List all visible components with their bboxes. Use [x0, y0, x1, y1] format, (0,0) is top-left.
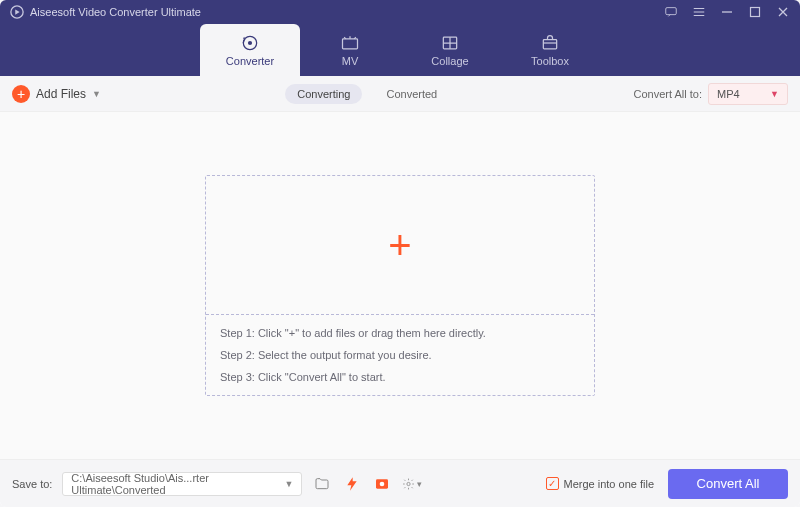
svg-rect-7 — [543, 40, 556, 49]
merge-label: Merge into one file — [564, 478, 655, 490]
app-logo-icon — [10, 5, 24, 19]
save-path-text: C:\Aiseesoft Studio\Ais...rter Ultimate\… — [71, 472, 284, 496]
chevron-down-icon: ▼ — [92, 89, 101, 99]
tab-label: Converter — [226, 55, 274, 67]
high-speed-icon[interactable] — [372, 474, 392, 494]
toolbar-left: + Add Files ▼ — [12, 85, 101, 103]
add-files-label: Add Files — [36, 87, 86, 101]
toolbox-icon — [540, 33, 560, 53]
chevron-down-icon: ▼ — [770, 89, 779, 99]
svg-point-10 — [407, 482, 410, 485]
feedback-icon[interactable] — [664, 5, 678, 19]
checkbox-icon: ✓ — [546, 477, 559, 490]
footer-icon-row: ▾ — [312, 474, 422, 494]
add-plus-icon[interactable]: + — [388, 225, 411, 265]
collage-icon — [440, 33, 460, 53]
segment-converting[interactable]: Converting — [285, 84, 362, 104]
dropzone-instructions: Step 1: Click "+" to add files or drag t… — [206, 314, 594, 395]
gpu-accel-icon[interactable] — [342, 474, 362, 494]
tab-converter[interactable]: Converter — [200, 24, 300, 76]
menu-icon[interactable] — [692, 5, 706, 19]
save-to-label: Save to: — [12, 478, 52, 490]
tab-collage[interactable]: Collage — [400, 24, 500, 76]
maximize-icon[interactable] — [748, 5, 762, 19]
open-folder-icon[interactable] — [312, 474, 332, 494]
settings-icon[interactable]: ▾ — [402, 474, 422, 494]
main-area: + Step 1: Click "+" to add files or drag… — [0, 112, 800, 459]
tab-toolbox[interactable]: Toolbox — [500, 24, 600, 76]
tab-label: MV — [342, 55, 359, 67]
tab-label: Collage — [431, 55, 468, 67]
format-select[interactable]: MP4 ▼ — [708, 83, 788, 105]
app-window: Aiseesoft Video Converter Ultimate Conve… — [0, 0, 800, 507]
svg-point-9 — [380, 481, 385, 486]
segment-converted[interactable]: Converted — [374, 84, 449, 104]
toolbar-right: Convert All to: MP4 ▼ — [634, 83, 788, 105]
titlebar-left: Aiseesoft Video Converter Ultimate — [10, 5, 201, 19]
footer-right: ✓ Merge into one file Convert All — [546, 469, 789, 499]
svg-point-4 — [248, 41, 252, 45]
add-files-button[interactable]: + Add Files ▼ — [12, 85, 101, 103]
close-icon[interactable] — [776, 5, 790, 19]
chevron-down-icon: ▼ — [284, 479, 293, 489]
app-title: Aiseesoft Video Converter Ultimate — [30, 6, 201, 18]
convert-all-to-label: Convert All to: — [634, 88, 702, 100]
chevron-down-icon: ▾ — [417, 479, 422, 489]
converter-icon — [240, 33, 260, 53]
footer: Save to: C:\Aiseesoft Studio\Ais...rter … — [0, 459, 800, 507]
nav-tabs: Converter MV Collage Toolbox — [0, 24, 800, 76]
step-text: Step 3: Click "Convert All" to start. — [220, 371, 580, 383]
convert-all-button[interactable]: Convert All — [668, 469, 788, 499]
tab-label: Toolbox — [531, 55, 569, 67]
dropzone[interactable]: + Step 1: Click "+" to add files or drag… — [205, 175, 595, 396]
mv-icon — [340, 33, 360, 53]
merge-checkbox[interactable]: ✓ Merge into one file — [546, 477, 655, 490]
plus-icon: + — [12, 85, 30, 103]
dropzone-upper: + — [206, 176, 594, 314]
tab-mv[interactable]: MV — [300, 24, 400, 76]
save-path-select[interactable]: C:\Aiseesoft Studio\Ais...rter Ultimate\… — [62, 472, 302, 496]
svg-rect-5 — [343, 39, 358, 49]
svg-rect-1 — [666, 8, 677, 15]
toolbar: + Add Files ▼ Converting Converted Conve… — [0, 76, 800, 112]
format-value: MP4 — [717, 88, 740, 100]
minimize-icon[interactable] — [720, 5, 734, 19]
window-controls — [664, 5, 790, 19]
svg-rect-2 — [751, 8, 760, 17]
step-text: Step 2: Select the output format you des… — [220, 349, 580, 361]
titlebar-top: Aiseesoft Video Converter Ultimate — [0, 0, 800, 24]
step-text: Step 1: Click "+" to add files or drag t… — [220, 327, 580, 339]
status-segment: Converting Converted — [285, 84, 449, 104]
titlebar: Aiseesoft Video Converter Ultimate Conve… — [0, 0, 800, 76]
